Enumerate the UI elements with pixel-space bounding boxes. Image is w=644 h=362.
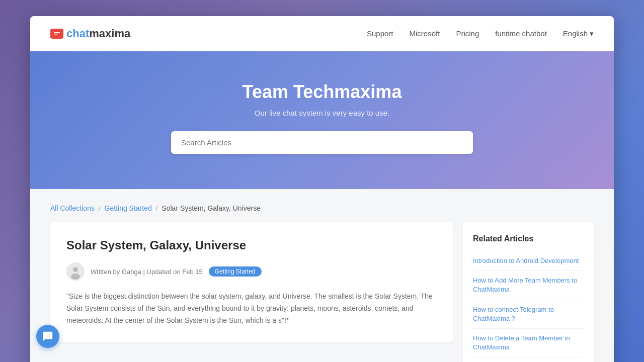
hero-subtitle: Our live chat system is very easy to use… <box>50 109 594 117</box>
breadcrumb-sep-1: / <box>99 205 101 212</box>
related-article-www[interactable]: wwwwwwwwwwwwwwww <box>473 357 584 362</box>
search-bar-container <box>171 131 473 154</box>
nav-links: Support Microsoft Pricing funtime chatbo… <box>367 29 594 38</box>
breadcrumb-current: Solar System, Galaxy, Universe <box>162 204 261 212</box>
nav-funtime[interactable]: funtime chatbot <box>495 29 547 38</box>
nav-microsoft[interactable]: Microsoft <box>410 29 440 38</box>
svg-rect-2 <box>54 34 58 35</box>
chevron-down-icon: ▾ <box>590 29 594 38</box>
article-body: "Size is the biggest distinction between… <box>66 291 437 326</box>
logo-text: chatmaxima <box>66 27 130 40</box>
content-area: All Collections / Getting Started / Sola… <box>30 189 614 362</box>
svg-rect-1 <box>54 32 60 33</box>
article-meta: Written by Ganga | Updated on Feb 15 Get… <box>66 262 437 281</box>
avatar <box>66 262 85 281</box>
related-article-how-to-telegram[interactable]: How to connect Telegram to ChatMaxima ? <box>473 300 584 329</box>
search-input[interactable] <box>171 131 473 154</box>
chat-support-button[interactable] <box>36 325 59 348</box>
nav-language[interactable]: English ▾ <box>563 29 594 38</box>
logo-icon <box>50 29 63 39</box>
related-article-how-to-add[interactable]: How to Add More Team Members to ChatMaxi… <box>473 271 584 300</box>
navbar: chatmaxima Support Microsoft Pricing fun… <box>30 16 614 51</box>
sidebar-title: Related Articles <box>473 234 584 243</box>
article-badge[interactable]: Getting Started <box>209 266 262 277</box>
logo-maxima: maxima <box>89 27 130 40</box>
sidebar: Related Articles Introduction to Android… <box>463 222 594 362</box>
breadcrumb-sep-2: / <box>156 205 158 212</box>
article-card: Solar System, Galaxy, Universe Written b… <box>50 222 453 342</box>
article-title: Solar System, Galaxy, Universe <box>66 238 437 252</box>
breadcrumb-getting-started[interactable]: Getting Started <box>105 204 152 212</box>
hero-section: Team Techmaxima Our live chat system is … <box>30 51 614 189</box>
svg-point-4 <box>73 267 78 272</box>
nav-pricing[interactable]: Pricing <box>456 29 479 38</box>
breadcrumb-all-collections[interactable]: All Collections <box>50 204 95 212</box>
related-article-intro-android[interactable]: Introduction to Android Development <box>473 251 584 271</box>
related-article-how-to-delete[interactable]: How to Delete a Team Member in ChatMaxim… <box>473 329 584 357</box>
logo[interactable]: chatmaxima <box>50 27 130 40</box>
svg-point-5 <box>71 274 80 280</box>
main-layout: Solar System, Galaxy, Universe Written b… <box>50 222 594 362</box>
nav-support[interactable]: Support <box>367 29 393 38</box>
hero-title: Team Techmaxima <box>50 81 594 103</box>
article-meta-text: Written by Ganga | Updated on Feb 15 <box>91 268 203 276</box>
logo-chat: chat <box>66 27 89 40</box>
breadcrumb: All Collections / Getting Started / Sola… <box>50 204 594 212</box>
